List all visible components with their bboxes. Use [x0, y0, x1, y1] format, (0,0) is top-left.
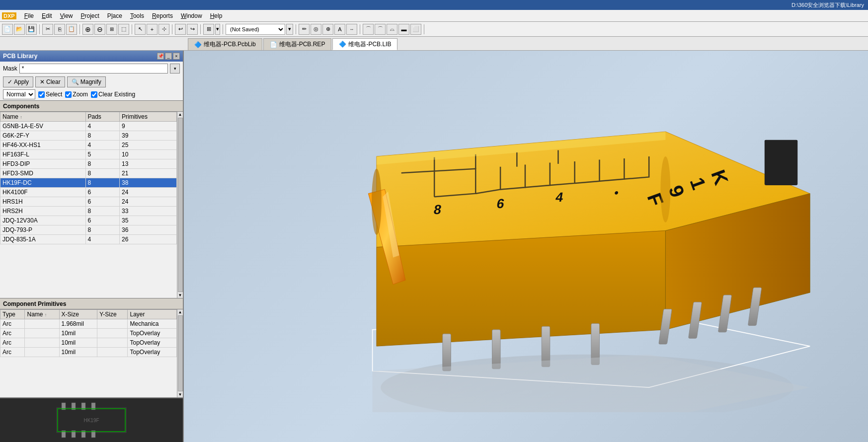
table-row[interactable]: HFD3-SMD 8 21 — [0, 169, 177, 178]
copy-tool[interactable]: ⎘ — [54, 24, 65, 35]
panel-title: PCB Library — [3, 53, 37, 60]
table-row[interactable]: HFD3-DIP 8 13 — [0, 159, 177, 169]
fill-tool[interactable]: ▬ — [398, 24, 409, 35]
col-type[interactable]: Type — [0, 310, 25, 319]
select-checkbox-label[interactable]: Select — [38, 91, 62, 98]
arc-tool1[interactable]: ⌒ — [363, 24, 374, 35]
panel-pin-button[interactable]: 📌 — [157, 53, 164, 60]
clear-button[interactable]: ✕ Clear — [35, 76, 65, 87]
components-scrollbar[interactable]: ▲ ▼ — [177, 112, 183, 298]
tab-lib[interactable]: 🔷 维电器-PCB.LIB — [332, 38, 397, 50]
mask-input[interactable] — [19, 64, 168, 74]
scroll-up-btn[interactable]: ▲ — [178, 112, 182, 117]
cut-tool[interactable]: ✂ — [42, 24, 53, 35]
not-saved-dropdown[interactable]: (Not Saved) — [226, 24, 285, 35]
primitives-table-wrapper[interactable]: Type Name ↑ X-Size Y-Size Layer Arc 1.96… — [0, 309, 177, 397]
prim-scroll-up[interactable]: ▲ — [178, 310, 182, 314]
dxp-logo[interactable]: DXP — [2, 12, 16, 19]
table-row[interactable]: Arc 10mil TopOverlay — [0, 329, 177, 338]
select-checkbox[interactable] — [38, 91, 45, 98]
scroll-down-btn[interactable]: ▼ — [178, 293, 182, 297]
clear-existing-checkbox-label[interactable]: Clear Existing — [91, 91, 135, 98]
primitives-scrollbar[interactable]: ▲ ▼ — [177, 309, 183, 397]
magnify-button[interactable]: 🔍 Magnify — [67, 76, 106, 87]
menu-project[interactable]: Project — [77, 11, 103, 20]
col-name[interactable]: Name ↑ — [0, 112, 86, 122]
target-tool[interactable]: ⊕ — [322, 24, 333, 35]
black-label — [765, 140, 797, 185]
zoom-out[interactable]: ⊖ — [94, 24, 105, 35]
clear-existing-checkbox[interactable] — [91, 91, 97, 98]
pencil-tool[interactable]: ✏ — [299, 24, 310, 35]
table-row[interactable]: JDQ-12V30A 6 35 — [0, 216, 177, 225]
text-tool[interactable]: A — [334, 24, 345, 35]
paste-tool[interactable]: 📋 — [66, 24, 77, 35]
tab-lib-label: 维电器-PCB.LIB — [348, 40, 391, 49]
panel-close-button[interactable]: × — [173, 53, 180, 60]
table-row[interactable]: Arc 10mil TopOverlay — [0, 338, 177, 348]
col-prim-name[interactable]: Name ↑ — [25, 310, 59, 319]
tab-pcblib[interactable]: 🔷 维电器-PCB.PcbLib — [188, 38, 262, 50]
zoom-fit[interactable]: ⊞ — [106, 24, 117, 35]
new-button[interactable]: 📄 — [2, 24, 13, 35]
apply-button[interactable]: ✓ Apply — [3, 76, 33, 87]
components-table-wrapper[interactable]: Name ↑ Pads Primitives G5NB-1A-E-5V 4 9 … — [0, 112, 177, 298]
menu-place[interactable]: Place — [103, 11, 126, 20]
grid-dropdown[interactable]: ▾ — [215, 24, 220, 35]
wire-tool[interactable]: + — [147, 24, 158, 35]
redo-button[interactable]: ↪ — [187, 24, 198, 35]
table-row[interactable]: HRS1H 6 24 — [0, 197, 177, 207]
dropdown-arrow[interactable]: ▾ — [286, 24, 293, 35]
comp-name: JDQ-835-1A — [0, 235, 86, 244]
mask-dropdown[interactable]: ▾ — [170, 64, 180, 74]
col-pads[interactable]: Pads — [85, 112, 120, 122]
circle-tool[interactable]: ◎ — [311, 24, 321, 35]
grid-button[interactable]: ⊞ — [203, 24, 214, 35]
table-row[interactable]: HRS2H 8 33 — [0, 207, 177, 216]
table-row[interactable]: HK4100F 6 24 — [0, 188, 177, 197]
menu-view[interactable]: View — [56, 11, 77, 20]
tab-rep[interactable]: 📄 维电器-PCB.REP — [263, 38, 332, 50]
menu-reports[interactable]: Reports — [148, 11, 177, 20]
undo-button[interactable]: ↩ — [175, 24, 186, 35]
zoom-checkbox[interactable] — [65, 91, 72, 98]
col-primitives[interactable]: Primitives — [120, 112, 177, 122]
save-button[interactable]: 💾 — [26, 24, 37, 35]
comp-pads: 6 — [85, 216, 120, 225]
table-row[interactable]: G6K-2F-Y 8 39 — [0, 131, 177, 141]
panel-minimize-button[interactable]: _ — [165, 53, 172, 60]
open-button[interactable]: 📂 — [14, 24, 25, 35]
components-title: Components — [3, 103, 39, 110]
table-row[interactable]: JDQ-793-P 8 36 — [0, 225, 177, 235]
normal-select[interactable]: Normal Full Simple — [3, 89, 35, 99]
menu-tools[interactable]: Tools — [126, 11, 148, 20]
table-row[interactable]: JDQ-835-1A 4 26 — [0, 235, 177, 244]
zoom-checkbox-label[interactable]: Zoom — [65, 91, 88, 98]
menu-help[interactable]: Help — [206, 11, 227, 20]
table-row[interactable]: HF46-XX-HS1 4 25 — [0, 141, 177, 150]
arc-tool2[interactable]: ⌒ — [375, 24, 386, 35]
comp-name: G6K-2F-Y — [0, 131, 86, 141]
menu-file[interactable]: File — [20, 11, 38, 20]
table-row[interactable]: Arc 10mil TopOverlay — [0, 348, 177, 357]
scroll-thumb[interactable] — [178, 118, 183, 292]
measure-tool[interactable]: ↔ — [346, 24, 357, 35]
rect-tool[interactable]: ⬜ — [410, 24, 421, 35]
arc-tool3[interactable]: ⌓ — [387, 24, 397, 35]
menu-edit[interactable]: Edit — [38, 11, 56, 20]
table-row[interactable]: HF163F-L 5 10 — [0, 150, 177, 159]
table-row[interactable]: HK19F-DC 8 38 — [0, 178, 177, 188]
col-ysize[interactable]: Y-Size — [97, 310, 128, 319]
menu-window[interactable]: Window — [177, 11, 206, 20]
zoom-in[interactable]: ⊕ — [82, 24, 93, 35]
table-row[interactable]: G5NB-1A-E-5V 4 9 — [0, 122, 177, 131]
prim-scroll-down[interactable]: ▼ — [178, 392, 182, 397]
select-tool[interactable]: ↖ — [135, 24, 146, 35]
col-layer[interactable]: Layer — [128, 310, 177, 319]
comp-pads: 8 — [85, 131, 120, 141]
col-xsize[interactable]: X-Size — [59, 310, 97, 319]
zoom-select[interactable]: ⬚ — [118, 24, 129, 35]
place-tool[interactable]: ⊹ — [158, 24, 169, 35]
table-row[interactable]: Arc 1.968mil Mechanica — [0, 319, 177, 329]
prim-scroll-thumb[interactable] — [178, 315, 183, 391]
